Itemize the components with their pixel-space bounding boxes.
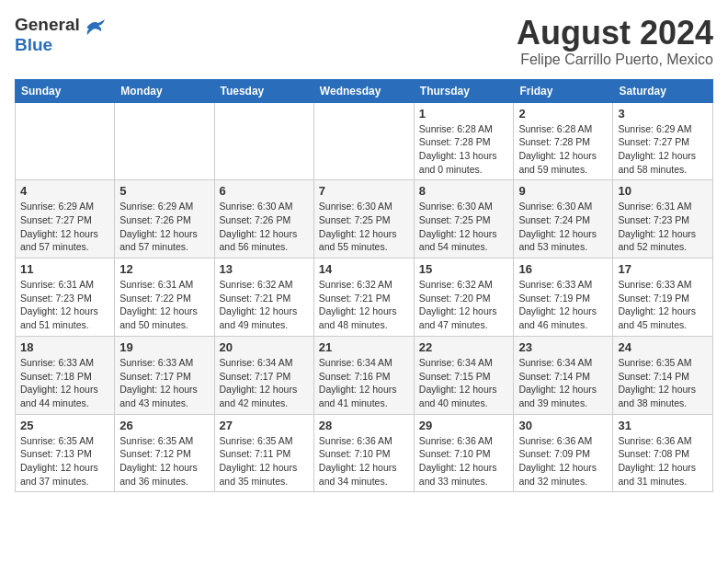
- page-header: General Blue August 2024 Felipe Carrillo…: [15, 15, 713, 68]
- calendar-cell: 28Sunrise: 6:36 AMSunset: 7:10 PMDayligh…: [313, 414, 414, 492]
- calendar-week-row: 25Sunrise: 6:35 AMSunset: 7:13 PMDayligh…: [16, 414, 713, 492]
- day-info: Sunrise: 6:36 AMSunset: 7:10 PMDaylight:…: [319, 434, 409, 488]
- day-number: 14: [319, 262, 409, 276]
- title-block: August 2024 Felipe Carrillo Puerto, Mexi…: [517, 15, 713, 68]
- day-number: 9: [518, 184, 608, 198]
- day-number: 23: [518, 340, 608, 354]
- day-number: 7: [319, 184, 409, 198]
- day-info: Sunrise: 6:34 AMSunset: 7:17 PMDaylight:…: [220, 356, 309, 410]
- calendar-cell: 9Sunrise: 6:30 AMSunset: 7:24 PMDaylight…: [514, 180, 613, 259]
- day-info: Sunrise: 6:32 AMSunset: 7:20 PMDaylight:…: [419, 278, 509, 332]
- calendar-header-wednesday: Wednesday: [313, 79, 414, 102]
- logo-bird-icon: [85, 18, 106, 35]
- day-number: 5: [119, 184, 209, 198]
- calendar-cell: 24Sunrise: 6:35 AMSunset: 7:14 PMDayligh…: [613, 336, 713, 414]
- calendar-cell: 6Sunrise: 6:30 AMSunset: 7:26 PMDaylight…: [214, 180, 313, 259]
- logo-blue: Blue: [15, 35, 52, 54]
- calendar-cell: 31Sunrise: 6:36 AMSunset: 7:08 PMDayligh…: [613, 414, 713, 492]
- day-number: 28: [319, 419, 409, 432]
- day-number: 20: [220, 340, 309, 354]
- day-number: 22: [419, 340, 509, 354]
- calendar-cell: 10Sunrise: 6:31 AMSunset: 7:23 PMDayligh…: [613, 180, 713, 259]
- day-number: 8: [419, 184, 509, 198]
- calendar-week-row: 1Sunrise: 6:28 AMSunset: 7:28 PMDaylight…: [16, 102, 713, 180]
- calendar-cell: 7Sunrise: 6:30 AMSunset: 7:25 PMDaylight…: [313, 180, 414, 259]
- calendar-cell: 14Sunrise: 6:32 AMSunset: 7:21 PMDayligh…: [313, 259, 414, 337]
- day-info: Sunrise: 6:30 AMSunset: 7:25 PMDaylight:…: [319, 200, 409, 254]
- calendar-cell: 4Sunrise: 6:29 AMSunset: 7:27 PMDaylight…: [16, 180, 115, 259]
- day-number: 1: [419, 107, 509, 121]
- day-number: 26: [119, 419, 209, 432]
- day-number: 2: [518, 107, 608, 121]
- day-info: Sunrise: 6:29 AMSunset: 7:27 PMDaylight:…: [20, 200, 109, 254]
- calendar-cell: 21Sunrise: 6:34 AMSunset: 7:16 PMDayligh…: [313, 336, 414, 414]
- calendar-cell: [214, 102, 313, 180]
- calendar-cell: 26Sunrise: 6:35 AMSunset: 7:12 PMDayligh…: [115, 414, 214, 492]
- day-number: 6: [220, 184, 309, 198]
- day-info: Sunrise: 6:32 AMSunset: 7:21 PMDaylight:…: [319, 278, 409, 332]
- day-number: 4: [20, 184, 109, 198]
- page-title: August 2024: [517, 15, 713, 52]
- calendar-cell: 25Sunrise: 6:35 AMSunset: 7:13 PMDayligh…: [16, 414, 115, 492]
- calendar-cell: [16, 102, 115, 180]
- calendar-cell: 16Sunrise: 6:33 AMSunset: 7:19 PMDayligh…: [514, 259, 613, 337]
- day-number: 16: [518, 262, 608, 276]
- day-number: 29: [419, 419, 509, 432]
- day-info: Sunrise: 6:36 AMSunset: 7:08 PMDaylight:…: [618, 434, 708, 488]
- day-info: Sunrise: 6:32 AMSunset: 7:21 PMDaylight:…: [220, 278, 309, 332]
- logo-general: General: [15, 15, 80, 34]
- day-info: Sunrise: 6:30 AMSunset: 7:25 PMDaylight:…: [419, 200, 509, 254]
- calendar-header-saturday: Saturday: [613, 79, 713, 102]
- day-info: Sunrise: 6:30 AMSunset: 7:24 PMDaylight:…: [518, 200, 608, 254]
- page-subtitle: Felipe Carrillo Puerto, Mexico: [517, 52, 713, 68]
- calendar-week-row: 18Sunrise: 6:33 AMSunset: 7:18 PMDayligh…: [16, 336, 713, 414]
- calendar-table: SundayMondayTuesdayWednesdayThursdayFrid…: [15, 79, 713, 493]
- day-number: 30: [518, 419, 608, 432]
- calendar-cell: 20Sunrise: 6:34 AMSunset: 7:17 PMDayligh…: [214, 336, 313, 414]
- day-info: Sunrise: 6:31 AMSunset: 7:23 PMDaylight:…: [618, 200, 708, 254]
- calendar-cell: 8Sunrise: 6:30 AMSunset: 7:25 PMDaylight…: [414, 180, 514, 259]
- calendar-cell: 18Sunrise: 6:33 AMSunset: 7:18 PMDayligh…: [16, 336, 115, 414]
- day-number: 27: [220, 419, 309, 432]
- day-info: Sunrise: 6:33 AMSunset: 7:17 PMDaylight:…: [119, 356, 209, 410]
- calendar-week-row: 11Sunrise: 6:31 AMSunset: 7:23 PMDayligh…: [16, 259, 713, 337]
- calendar-cell: 22Sunrise: 6:34 AMSunset: 7:15 PMDayligh…: [414, 336, 514, 414]
- day-info: Sunrise: 6:36 AMSunset: 7:09 PMDaylight:…: [518, 434, 608, 488]
- day-number: 3: [618, 107, 708, 121]
- calendar-cell: 2Sunrise: 6:28 AMSunset: 7:28 PMDaylight…: [514, 102, 613, 180]
- day-number: 31: [618, 419, 708, 432]
- day-number: 21: [319, 340, 409, 354]
- calendar-header-sunday: Sunday: [16, 79, 115, 102]
- day-info: Sunrise: 6:35 AMSunset: 7:12 PMDaylight:…: [119, 434, 209, 488]
- day-info: Sunrise: 6:29 AMSunset: 7:26 PMDaylight:…: [119, 200, 209, 254]
- day-number: 24: [618, 340, 708, 354]
- calendar-header-thursday: Thursday: [414, 79, 514, 102]
- calendar-cell: 17Sunrise: 6:33 AMSunset: 7:19 PMDayligh…: [613, 259, 713, 337]
- calendar-cell: 30Sunrise: 6:36 AMSunset: 7:09 PMDayligh…: [514, 414, 613, 492]
- day-info: Sunrise: 6:28 AMSunset: 7:28 PMDaylight:…: [419, 122, 509, 177]
- day-number: 25: [20, 419, 109, 432]
- calendar-cell: [313, 102, 414, 180]
- calendar-cell: [115, 102, 214, 180]
- calendar-cell: 3Sunrise: 6:29 AMSunset: 7:27 PMDaylight…: [613, 102, 713, 180]
- day-info: Sunrise: 6:34 AMSunset: 7:14 PMDaylight:…: [518, 356, 608, 410]
- calendar-cell: 1Sunrise: 6:28 AMSunset: 7:28 PMDaylight…: [414, 102, 514, 180]
- calendar-week-row: 4Sunrise: 6:29 AMSunset: 7:27 PMDaylight…: [16, 180, 713, 259]
- calendar-cell: 23Sunrise: 6:34 AMSunset: 7:14 PMDayligh…: [514, 336, 613, 414]
- calendar-header-friday: Friday: [514, 79, 613, 102]
- day-info: Sunrise: 6:35 AMSunset: 7:13 PMDaylight:…: [20, 434, 109, 488]
- calendar-header-row: SundayMondayTuesdayWednesdayThursdayFrid…: [16, 79, 713, 102]
- day-number: 19: [119, 340, 209, 354]
- day-info: Sunrise: 6:34 AMSunset: 7:16 PMDaylight:…: [319, 356, 409, 410]
- day-number: 10: [618, 184, 708, 198]
- day-info: Sunrise: 6:34 AMSunset: 7:15 PMDaylight:…: [419, 356, 509, 410]
- calendar-header-monday: Monday: [115, 79, 214, 102]
- calendar-cell: 15Sunrise: 6:32 AMSunset: 7:20 PMDayligh…: [414, 259, 514, 337]
- day-info: Sunrise: 6:31 AMSunset: 7:22 PMDaylight:…: [119, 278, 209, 332]
- day-info: Sunrise: 6:30 AMSunset: 7:26 PMDaylight:…: [220, 200, 309, 254]
- calendar-cell: 11Sunrise: 6:31 AMSunset: 7:23 PMDayligh…: [16, 259, 115, 337]
- day-number: 15: [419, 262, 509, 276]
- calendar-cell: 19Sunrise: 6:33 AMSunset: 7:17 PMDayligh…: [115, 336, 214, 414]
- calendar-cell: 29Sunrise: 6:36 AMSunset: 7:10 PMDayligh…: [414, 414, 514, 492]
- day-info: Sunrise: 6:33 AMSunset: 7:18 PMDaylight:…: [20, 356, 109, 410]
